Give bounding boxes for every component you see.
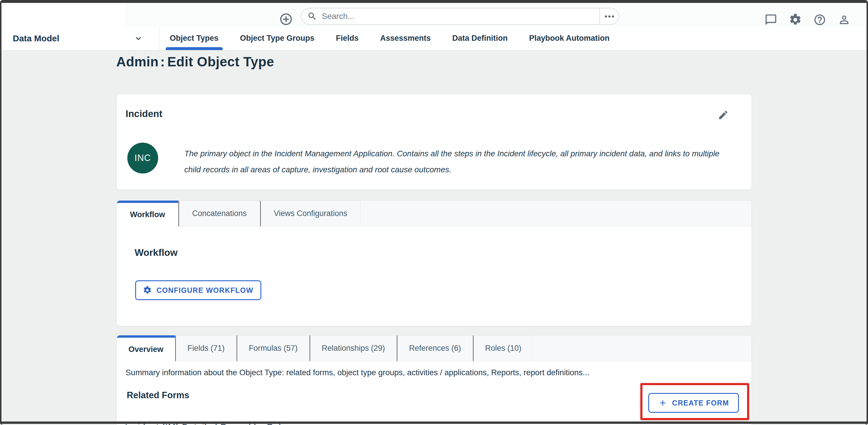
gear-icon (143, 286, 152, 294)
chat-button[interactable] (765, 13, 777, 26)
page-title-colon: : (160, 54, 165, 69)
logo-placeholder (1, 3, 125, 27)
account-button[interactable] (838, 13, 850, 26)
ellipsis-icon (605, 16, 614, 18)
related-forms-heading: Related Forms (127, 390, 189, 401)
plus-icon (658, 398, 668, 407)
object-type-name: Incident (126, 108, 162, 119)
magnifier-icon (307, 11, 317, 21)
module-nav: Data Model Object Types Object Type Grou… (1, 27, 867, 50)
page-title: Admin:Edit Object Type (116, 54, 274, 69)
tab-fields[interactable]: Fields (71) (175, 335, 237, 361)
tab-overview[interactable]: Overview (117, 335, 175, 361)
object-type-description: The primary object in the Incident Manag… (184, 146, 738, 177)
page-title-main: Edit Object Type (167, 54, 274, 69)
tab-concatenations[interactable]: Concatenations (179, 201, 260, 226)
details-card-tabs: Overview Fields (71) Formulas (57) Relat… (117, 335, 751, 361)
tab-relationships[interactable]: Relationships (29) (310, 335, 397, 361)
tab-workflow[interactable]: Workflow (117, 201, 179, 226)
module-selector-label: Data Model (13, 33, 59, 44)
tab-strip-filler (361, 201, 751, 226)
create-form-button[interactable]: CREATE FORM (648, 393, 739, 413)
chevron-down-icon (133, 33, 144, 44)
settings-button[interactable] (789, 13, 802, 26)
object-type-card: Incident INC The primary object in the I… (117, 94, 751, 190)
nav-tab-assessments[interactable]: Assessments (376, 27, 435, 50)
search-more-button[interactable] (599, 8, 619, 24)
tab-views-configurations[interactable]: Views Configurations (260, 201, 361, 226)
object-type-avatar: INC (127, 143, 158, 173)
nav-tab-object-type-groups[interactable]: Object Type Groups (236, 27, 319, 50)
workflow-card: Workflow Concatenations Views Configurat… (117, 201, 751, 326)
workflow-card-tabs: Workflow Concatenations Views Configurat… (117, 201, 751, 226)
overview-summary: Summary information about the Object Typ… (126, 368, 736, 377)
top-bar (1, 3, 867, 27)
search-bar (301, 8, 619, 25)
module-tabs: Object Types Object Type Groups Fields A… (166, 27, 627, 50)
configure-workflow-button[interactable]: CONFIGURE WORKFLOW (135, 280, 261, 300)
module-selector[interactable]: Data Model (1, 27, 160, 50)
create-form-label: CREATE FORM (672, 399, 729, 407)
tab-roles[interactable]: Roles (10) (473, 335, 533, 361)
nav-tab-fields[interactable]: Fields (332, 27, 363, 50)
app-window: Data Model Object Types Object Type Grou… (0, 0, 868, 425)
workflow-heading: Workflow (134, 247, 178, 258)
help-button[interactable] (813, 13, 826, 26)
nav-tab-data-definition[interactable]: Data Definition (448, 27, 512, 50)
tab-formulas[interactable]: Formulas (57) (237, 335, 310, 361)
pencil-icon (718, 117, 729, 121)
nav-tab-object-types[interactable]: Object Types (166, 27, 223, 50)
avatar-monogram: INC (134, 153, 151, 163)
tab-references[interactable]: References (6) (397, 335, 473, 361)
edit-object-button[interactable] (718, 109, 729, 120)
add-button[interactable] (279, 12, 293, 26)
configure-workflow-label: CONFIGURE WORKFLOW (156, 286, 253, 294)
top-right-icons (765, 13, 850, 26)
page-title-prefix: Admin (116, 54, 159, 69)
details-card: Overview Fields (71) Formulas (57) Relat… (117, 335, 751, 425)
tab-strip-filler (533, 335, 751, 361)
nav-tab-playbook-automation[interactable]: Playbook Automation (525, 27, 614, 50)
window-frame-bottom (0, 422, 868, 424)
search-input[interactable] (321, 11, 599, 21)
